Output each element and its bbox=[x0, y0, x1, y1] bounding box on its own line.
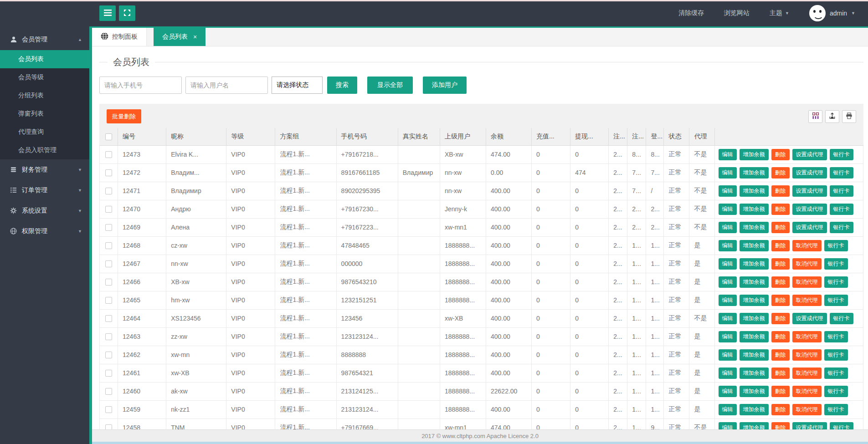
delete-button[interactable]: 删除 bbox=[771, 331, 790, 342]
add-balance-button[interactable]: 增加余额 bbox=[740, 331, 769, 342]
search-button[interactable]: 搜索 bbox=[327, 77, 357, 94]
edit-button[interactable]: 编辑 bbox=[719, 295, 737, 306]
edit-button[interactable]: 编辑 bbox=[719, 222, 737, 233]
sidebar-item-popup-list[interactable]: 弹窗列表 bbox=[0, 105, 89, 123]
fullscreen-button[interactable] bbox=[119, 5, 135, 21]
show-all-button[interactable]: 显示全部 bbox=[367, 77, 413, 94]
bank-card-button[interactable]: 银行卡 bbox=[830, 204, 853, 215]
add-balance-button[interactable]: 增加余额 bbox=[740, 422, 769, 430]
toggle-agent-button[interactable]: 取消代理 bbox=[792, 240, 822, 251]
row-checkbox[interactable] bbox=[105, 242, 112, 249]
row-checkbox[interactable] bbox=[105, 333, 112, 340]
user-menu[interactable]: admin ▼ bbox=[809, 5, 855, 21]
edit-button[interactable]: 编辑 bbox=[719, 240, 737, 251]
add-user-button[interactable]: 添加用户 bbox=[423, 77, 467, 94]
add-balance-button[interactable]: 增加余额 bbox=[740, 295, 769, 306]
bank-card-button[interactable]: 银行卡 bbox=[830, 149, 853, 160]
toggle-agent-button[interactable]: 取消代理 bbox=[792, 404, 822, 415]
sidebar-group-permissions[interactable]: 权限管理 ▼ bbox=[0, 221, 89, 241]
row-checkbox[interactable] bbox=[105, 169, 112, 176]
toggle-agent-button[interactable]: 取消代理 bbox=[792, 386, 822, 397]
edit-button[interactable]: 编辑 bbox=[719, 313, 737, 324]
add-balance-button[interactable]: 增加余额 bbox=[740, 222, 769, 233]
toggle-agent-button[interactable]: 设置成代理 bbox=[792, 313, 827, 324]
toggle-agent-button[interactable]: 取消代理 bbox=[792, 276, 822, 288]
theme-menu[interactable]: 主题 ▼ bbox=[770, 9, 789, 17]
edit-button[interactable]: 编辑 bbox=[719, 204, 737, 215]
delete-button[interactable]: 删除 bbox=[771, 404, 790, 415]
row-checkbox[interactable] bbox=[105, 224, 112, 231]
toggle-agent-button[interactable]: 设置成代理 bbox=[792, 204, 827, 215]
bank-card-button[interactable]: 银行卡 bbox=[824, 404, 848, 415]
tab-dashboard[interactable]: 控制面板 bbox=[92, 28, 147, 46]
sidebar-group-member-management[interactable]: 会员管理 ▲ bbox=[0, 29, 89, 50]
batch-delete-button[interactable]: 批量删除 bbox=[107, 109, 141, 123]
add-balance-button[interactable]: 增加余额 bbox=[740, 404, 769, 415]
sidebar-item-member-onboarding[interactable]: 会员入职管理 bbox=[0, 141, 89, 159]
toggle-agent-button[interactable]: 设置成代理 bbox=[792, 185, 827, 197]
edit-button[interactable]: 编辑 bbox=[719, 276, 737, 288]
edit-button[interactable]: 编辑 bbox=[719, 167, 737, 179]
delete-button[interactable]: 删除 bbox=[771, 240, 790, 251]
row-checkbox[interactable] bbox=[105, 352, 112, 358]
delete-button[interactable]: 删除 bbox=[771, 349, 790, 361]
browse-site-link[interactable]: 浏览网站 bbox=[724, 9, 750, 17]
delete-button[interactable]: 删除 bbox=[771, 386, 790, 397]
bank-card-button[interactable]: 银行卡 bbox=[824, 331, 848, 342]
sidebar-item-member-list[interactable]: 会员列表 bbox=[0, 50, 89, 68]
edit-button[interactable]: 编辑 bbox=[719, 404, 737, 415]
row-checkbox[interactable] bbox=[105, 279, 112, 286]
bank-card-button[interactable]: 银行卡 bbox=[824, 295, 848, 306]
delete-button[interactable]: 删除 bbox=[771, 422, 790, 430]
username-input[interactable] bbox=[185, 77, 268, 94]
delete-button[interactable]: 删除 bbox=[771, 222, 790, 233]
bank-card-button[interactable]: 银行卡 bbox=[824, 276, 848, 288]
delete-button[interactable]: 删除 bbox=[771, 276, 790, 288]
columns-button[interactable] bbox=[808, 110, 822, 123]
toggle-agent-button[interactable]: 取消代理 bbox=[792, 367, 822, 379]
add-balance-button[interactable]: 增加余额 bbox=[740, 367, 769, 379]
toggle-agent-button[interactable]: 取消代理 bbox=[792, 349, 822, 361]
close-icon[interactable]: × bbox=[193, 33, 197, 41]
sidebar-toggle-button[interactable] bbox=[99, 5, 116, 21]
edit-button[interactable]: 编辑 bbox=[719, 422, 737, 430]
status-select[interactable]: 请选择状态 bbox=[272, 77, 323, 94]
row-checkbox[interactable] bbox=[105, 151, 112, 158]
toggle-agent-button[interactable]: 取消代理 bbox=[792, 331, 822, 342]
toggle-agent-button[interactable]: 设置成代理 bbox=[792, 422, 827, 430]
bank-card-button[interactable]: 银行卡 bbox=[824, 240, 848, 251]
clear-cache-link[interactable]: 清除缓存 bbox=[678, 9, 704, 17]
edit-button[interactable]: 编辑 bbox=[719, 149, 737, 160]
add-balance-button[interactable]: 增加余额 bbox=[740, 149, 769, 160]
bank-card-button[interactable]: 银行卡 bbox=[830, 422, 853, 430]
row-checkbox[interactable] bbox=[105, 315, 112, 322]
bank-card-button[interactable]: 银行卡 bbox=[824, 367, 848, 379]
row-checkbox[interactable] bbox=[105, 406, 112, 413]
row-checkbox[interactable] bbox=[105, 188, 112, 194]
export-button[interactable] bbox=[825, 110, 839, 123]
row-checkbox[interactable] bbox=[105, 370, 112, 377]
edit-button[interactable]: 编辑 bbox=[719, 386, 737, 397]
edit-button[interactable]: 编辑 bbox=[719, 367, 737, 379]
row-checkbox[interactable] bbox=[105, 260, 112, 267]
add-balance-button[interactable]: 增加余额 bbox=[740, 240, 769, 251]
edit-button[interactable]: 编辑 bbox=[719, 185, 737, 197]
print-button[interactable] bbox=[842, 110, 856, 123]
toggle-agent-button[interactable]: 设置成代理 bbox=[792, 167, 827, 179]
delete-button[interactable]: 删除 bbox=[771, 167, 790, 179]
row-checkbox[interactable] bbox=[105, 297, 112, 304]
delete-button[interactable]: 删除 bbox=[771, 258, 790, 270]
add-balance-button[interactable]: 增加余额 bbox=[740, 349, 769, 361]
add-balance-button[interactable]: 增加余额 bbox=[740, 258, 769, 270]
edit-button[interactable]: 编辑 bbox=[719, 349, 737, 361]
sidebar-group-system-settings[interactable]: 系统设置 ▼ bbox=[0, 200, 89, 221]
add-balance-button[interactable]: 增加余额 bbox=[740, 313, 769, 324]
bank-card-button[interactable]: 银行卡 bbox=[830, 167, 853, 179]
bank-card-button[interactable]: 银行卡 bbox=[824, 258, 848, 270]
add-balance-button[interactable]: 增加余额 bbox=[740, 167, 769, 179]
tab-member-list[interactable]: 会员列表 × bbox=[154, 28, 205, 46]
row-checkbox[interactable] bbox=[105, 424, 112, 429]
delete-button[interactable]: 删除 bbox=[771, 367, 790, 379]
sidebar-group-orders[interactable]: 订单管理 ▼ bbox=[0, 180, 89, 200]
sidebar-item-agent-query[interactable]: 代理查询 bbox=[0, 123, 89, 141]
